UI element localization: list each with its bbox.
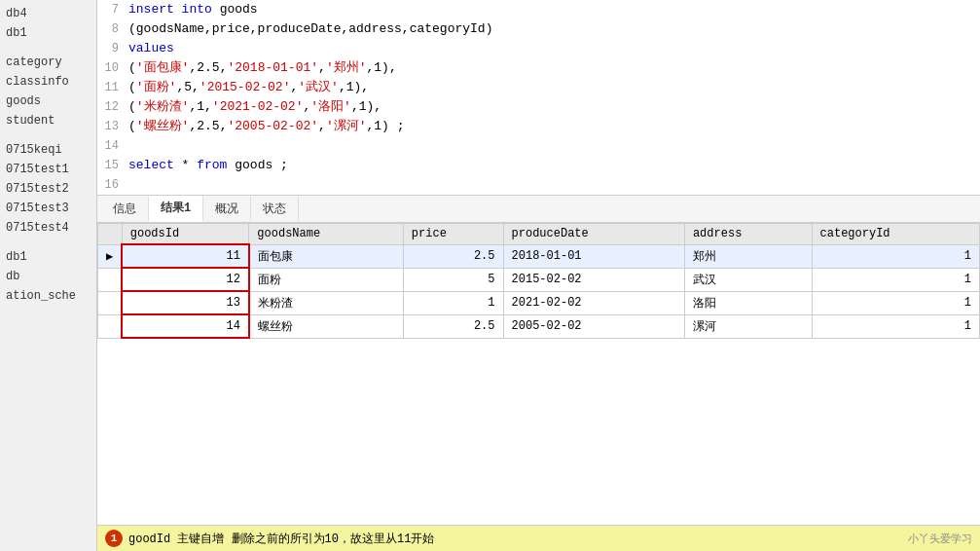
- row-marker: ▶: [98, 244, 123, 268]
- cell-address: 武汉: [684, 268, 812, 291]
- annotation-source: 小丫头爱学习: [908, 532, 972, 546]
- annotation-text: goodId 主键自增 删除之前的所引为10，故这里从11开始: [128, 531, 434, 547]
- code-line-10: 10 ('面包康',2.5,'2018-01-01','郑州',1),: [97, 58, 980, 78]
- cell-produceDate: 2021-02-02: [503, 291, 684, 314]
- line-content-7: insert into goods: [125, 0, 258, 19]
- code-line-9: 9 values: [97, 39, 980, 58]
- line-num-13: 13: [97, 117, 125, 136]
- sidebar-item-category[interactable]: category: [0, 53, 96, 72]
- line-num-9: 9: [97, 39, 125, 58]
- table-row[interactable]: ▶11面包康2.52018-01-01郑州1: [98, 244, 980, 268]
- cell-categoryId: 1: [812, 268, 979, 291]
- line-content-13: ('螺丝粉',2.5,'2005-02-02','漯河',1) ;: [125, 117, 405, 136]
- sidebar-divider: [0, 43, 96, 53]
- line-num-11: 11: [97, 78, 125, 97]
- sidebar-item-db4[interactable]: db4: [0, 4, 96, 23]
- code-line-14: 14: [97, 136, 980, 156]
- cell-produceDate: 2018-01-01: [503, 244, 684, 268]
- code-line-12: 12 ('米粉渣',1,'2021-02-02','洛阳',1),: [97, 97, 980, 117]
- line-num-10: 10: [97, 58, 125, 78]
- sidebar: db4 db1 category classinfo goods student…: [0, 0, 97, 551]
- sidebar-item-db1-top[interactable]: db1: [0, 23, 96, 43]
- tab-status[interactable]: 状态: [251, 197, 299, 221]
- code-line-7: 7 insert into goods: [97, 0, 980, 19]
- cell-price: 5: [403, 268, 503, 291]
- line-content-9: values: [125, 39, 174, 58]
- line-content-8: (goodsName,price,produceDate,address,cat…: [125, 19, 492, 39]
- sidebar-divider2: [0, 130, 96, 140]
- sidebar-item-0715test4[interactable]: 0715test4: [0, 218, 96, 238]
- col-header-address: address: [684, 224, 812, 245]
- line-content-16: [125, 175, 136, 195]
- code-line-11: 11 ('面粉',5,'2015-02-02','武汉',1),: [97, 78, 980, 97]
- col-header-categoryId: categoryId: [812, 224, 979, 245]
- sidebar-item-0715keqi[interactable]: 0715keqi: [0, 140, 96, 160]
- cell-goodsName: 米粉渣: [249, 291, 403, 314]
- sidebar-item-db1-bottom[interactable]: db1: [0, 247, 96, 267]
- results-table: goodsId goodsName price produceDate addr…: [97, 223, 980, 339]
- sidebar-item-ation-sche[interactable]: ation_sche: [0, 286, 96, 306]
- line-content-11: ('面粉',5,'2015-02-02','武汉',1),: [125, 78, 369, 97]
- cell-produceDate: 2015-02-02: [503, 268, 684, 291]
- cell-address: 漯河: [684, 314, 812, 338]
- line-content-14: [125, 136, 136, 156]
- line-content-10: ('面包康',2.5,'2018-01-01','郑州',1),: [125, 58, 397, 78]
- row-marker: [98, 291, 123, 314]
- cell-price: 2.5: [403, 244, 503, 268]
- sidebar-item-student[interactable]: student: [0, 111, 96, 130]
- cell-categoryId: 1: [812, 314, 979, 338]
- col-header-marker: [98, 224, 123, 245]
- cell-categoryId: 1: [812, 291, 979, 314]
- cell-categoryId: 1: [812, 244, 979, 268]
- col-header-goodsId: goodsId: [122, 224, 249, 245]
- col-header-produceDate: produceDate: [503, 224, 684, 245]
- cell-goodsName: 面包康: [249, 244, 403, 268]
- tab-info[interactable]: 信息: [101, 197, 149, 221]
- cell-goodsId: 11: [122, 244, 249, 268]
- table-row[interactable]: 12面粉52015-02-02武汉1: [98, 268, 980, 291]
- cell-goodsId: 12: [122, 268, 249, 291]
- cell-goodsName: 螺丝粉: [249, 314, 403, 338]
- table-row[interactable]: 14螺丝粉2.52005-02-02漯河1: [98, 314, 980, 338]
- line-num-15: 15: [97, 156, 125, 175]
- annotation-bar: 1 goodId 主键自增 删除之前的所引为10，故这里从11开始 小丫头爱学习: [97, 525, 980, 551]
- line-content-12: ('米粉渣',1,'2021-02-02','洛阳',1),: [125, 97, 381, 117]
- line-num-8: 8: [97, 19, 125, 39]
- sidebar-item-goods[interactable]: goods: [0, 92, 96, 111]
- cell-goodsName: 面粉: [249, 268, 403, 291]
- annotation-circle: 1: [105, 530, 123, 547]
- line-num-14: 14: [97, 136, 125, 156]
- sidebar-item-0715test1[interactable]: 0715test1: [0, 160, 96, 179]
- code-line-13: 13 ('螺丝粉',2.5,'2005-02-02','漯河',1) ;: [97, 117, 980, 136]
- code-line-8: 8 (goodsName,price,produceDate,address,c…: [97, 19, 980, 39]
- cell-price: 1: [403, 291, 503, 314]
- sidebar-item-classinfo[interactable]: classinfo: [0, 72, 96, 92]
- code-editor[interactable]: 7 insert into goods 8 (goodsName,price,p…: [97, 0, 980, 196]
- tabs-bar: 信息 结果1 概况 状态: [97, 196, 980, 223]
- sidebar-item-db[interactable]: db: [0, 267, 96, 286]
- cell-goodsId: 13: [122, 291, 249, 314]
- code-line-16: 16: [97, 175, 980, 195]
- row-marker: [98, 314, 123, 338]
- line-content-15: select * from goods ;: [125, 156, 288, 175]
- sidebar-item-0715test3[interactable]: 0715test3: [0, 199, 96, 218]
- col-header-goodsName: goodsName: [249, 224, 403, 245]
- table-header-row: goodsId goodsName price produceDate addr…: [98, 224, 980, 245]
- main-content: 7 insert into goods 8 (goodsName,price,p…: [97, 0, 980, 551]
- results-area: goodsId goodsName price produceDate addr…: [97, 223, 980, 551]
- line-num-16: 16: [97, 175, 125, 195]
- tab-results1[interactable]: 结果1: [149, 196, 203, 222]
- sidebar-item-0715test2[interactable]: 0715test2: [0, 179, 96, 199]
- col-header-price: price: [403, 224, 503, 245]
- cell-goodsId: 14: [122, 314, 249, 338]
- row-marker: [98, 268, 123, 291]
- cell-produceDate: 2005-02-02: [503, 314, 684, 338]
- code-line-15: 15 select * from goods ;: [97, 156, 980, 175]
- cell-price: 2.5: [403, 314, 503, 338]
- cell-address: 郑州: [684, 244, 812, 268]
- line-num-7: 7: [97, 0, 125, 19]
- sidebar-divider3: [0, 238, 96, 247]
- table-row[interactable]: 13米粉渣12021-02-02洛阳1: [98, 291, 980, 314]
- line-num-12: 12: [97, 97, 125, 117]
- tab-overview[interactable]: 概况: [203, 197, 251, 221]
